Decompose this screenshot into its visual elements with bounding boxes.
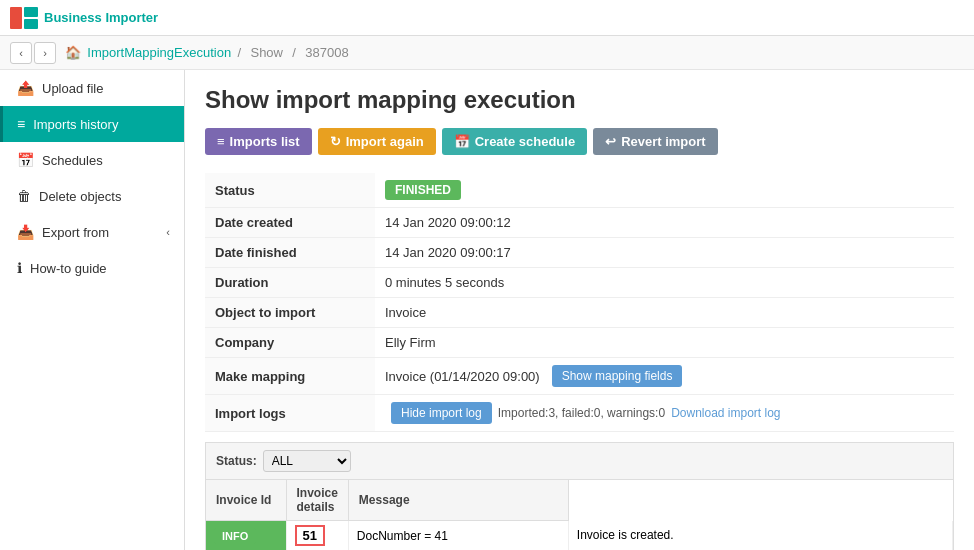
sidebar-item-export-from[interactable]: 📥 Export from ‹: [0, 214, 184, 250]
status-row: Status FINISHED: [205, 173, 954, 208]
date-finished-row: Date finished 14 Jan 2020 09:00:17: [205, 238, 954, 268]
duration-value: 0 minutes 5 seconds: [375, 268, 954, 298]
forward-button[interactable]: ›: [34, 42, 56, 64]
log-level: INFO: [214, 528, 256, 544]
svg-rect-1: [24, 7, 38, 17]
show-mapping-button[interactable]: Show mapping fields: [552, 365, 683, 387]
sidebar-label-upload-file: Upload file: [42, 81, 170, 96]
mapping-cell: Invoice (01/14/2020 09:00) Show mapping …: [385, 365, 944, 387]
sidebar-item-schedules[interactable]: 📅 Schedules: [0, 142, 184, 178]
app-title: Business Importer: [44, 10, 158, 25]
data-table-header: Status: ALL INFO WARNING ERROR: [206, 443, 953, 480]
import-log-cell: Hide import log Imported:3, failed:0, wa…: [385, 402, 944, 424]
status-label: Status: [205, 173, 375, 208]
import-logs-label: Import logs: [205, 395, 375, 432]
object-value: Invoice: [375, 298, 954, 328]
status-filter-label: Status:: [216, 454, 257, 468]
download-log-link[interactable]: Download import log: [671, 406, 780, 420]
breadcrumb-link[interactable]: ImportMappingExecution: [87, 45, 231, 60]
breadcrumb: 🏠 ImportMappingExecution / Show / 387008: [62, 45, 352, 60]
company-label: Company: [205, 328, 375, 358]
upload-file-icon: 📤: [17, 80, 34, 96]
date-finished-value: 14 Jan 2020 09:00:17: [375, 238, 954, 268]
date-created-label: Date created: [205, 208, 375, 238]
company-value: Elly Firm: [375, 328, 954, 358]
table-header-row: Invoice Id Invoice details Message: [206, 480, 953, 521]
date-finished-label: Date finished: [205, 238, 375, 268]
nav-buttons: ‹ ›: [10, 42, 56, 64]
mapping-value: Invoice (01/14/2020 09:00): [385, 369, 540, 384]
sidebar-label-imports-history: Imports history: [33, 117, 170, 132]
company-row: Company Elly Firm: [205, 328, 954, 358]
home-icon: 🏠: [65, 45, 81, 60]
arrow-icon: ‹: [166, 226, 170, 238]
sidebar-item-imports-history[interactable]: ≡ Imports history: [0, 106, 184, 142]
imports-history-icon: ≡: [17, 116, 25, 132]
schedules-icon: 📅: [17, 152, 34, 168]
duration-label: Duration: [205, 268, 375, 298]
revert-import-button[interactable]: ↩ Revert import: [593, 128, 718, 155]
col-invoice-id: Invoice Id: [206, 480, 286, 521]
top-bar: Business Importer: [0, 0, 974, 36]
list-icon: ≡: [217, 134, 225, 149]
col-invoice-details: Invoice details: [286, 480, 348, 521]
how-to-guide-icon: ℹ: [17, 260, 22, 276]
refresh-icon: ↻: [330, 134, 341, 149]
table-row: INFO 51 DocNumber = 41 Invoice is create…: [206, 521, 953, 551]
breadcrumb-show: Show: [250, 45, 283, 60]
sidebar-label-schedules: Schedules: [42, 153, 170, 168]
export-from-icon: 📥: [17, 224, 34, 240]
action-buttons: ≡ Imports list ↻ Import again 📅 Create s…: [205, 128, 954, 155]
mapping-row: Make mapping Invoice (01/14/2020 09:00) …: [205, 358, 954, 395]
date-created-row: Date created 14 Jan 2020 09:00:12: [205, 208, 954, 238]
col-message: Message: [348, 480, 568, 521]
status-filter-select[interactable]: ALL INFO WARNING ERROR: [263, 450, 351, 472]
import-again-button[interactable]: ↻ Import again: [318, 128, 436, 155]
breadcrumb-sep2: /: [292, 45, 296, 60]
app-logo: Business Importer: [10, 7, 158, 29]
duration-row: Duration 0 minutes 5 seconds: [205, 268, 954, 298]
import-logs-row: Import logs Hide import log Imported:3, …: [205, 395, 954, 432]
invoice-id: 51: [295, 525, 325, 546]
status-badge: FINISHED: [385, 180, 461, 200]
mapping-label: Make mapping: [205, 358, 375, 395]
breadcrumb-sep1: /: [238, 45, 242, 60]
svg-rect-0: [10, 7, 22, 29]
breadcrumb-bar: ‹ › 🏠 ImportMappingExecution / Show / 38…: [0, 36, 974, 70]
sidebar-label-how-to-guide: How-to guide: [30, 261, 170, 276]
object-label: Object to import: [205, 298, 375, 328]
date-created-value: 14 Jan 2020 09:00:12: [375, 208, 954, 238]
page-title: Show import mapping execution: [205, 86, 954, 114]
create-schedule-button[interactable]: 📅 Create schedule: [442, 128, 587, 155]
imports-list-button[interactable]: ≡ Imports list: [205, 128, 312, 155]
delete-objects-icon: 🗑: [17, 188, 31, 204]
calendar-icon: 📅: [454, 134, 470, 149]
info-table: Status FINISHED Date created 14 Jan 2020…: [205, 173, 954, 432]
sidebar-item-upload-file[interactable]: 📤 Upload file: [0, 70, 184, 106]
sidebar-label-export-from: Export from: [42, 225, 158, 240]
revert-icon: ↩: [605, 134, 616, 149]
sidebar-label-delete-objects: Delete objects: [39, 189, 170, 204]
layout: 📤 Upload file ≡ Imports history 📅 Schedu…: [0, 70, 974, 550]
sidebar: 📤 Upload file ≡ Imports history 📅 Schedu…: [0, 70, 185, 550]
breadcrumb-id: 387008: [305, 45, 348, 60]
data-table-container: Status: ALL INFO WARNING ERROR Invoice I…: [205, 442, 954, 550]
main-content: Show import mapping execution ≡ Imports …: [185, 70, 974, 550]
sidebar-item-delete-objects[interactable]: 🗑 Delete objects: [0, 178, 184, 214]
svg-rect-2: [24, 19, 38, 29]
data-table: Invoice Id Invoice details Message INFO …: [206, 480, 953, 550]
hide-log-button[interactable]: Hide import log: [391, 402, 492, 424]
object-row: Object to import Invoice: [205, 298, 954, 328]
back-button[interactable]: ‹: [10, 42, 32, 64]
sidebar-item-how-to-guide[interactable]: ℹ How-to guide: [0, 250, 184, 286]
log-text: Imported:3, failed:0, warnings:0: [498, 406, 665, 420]
